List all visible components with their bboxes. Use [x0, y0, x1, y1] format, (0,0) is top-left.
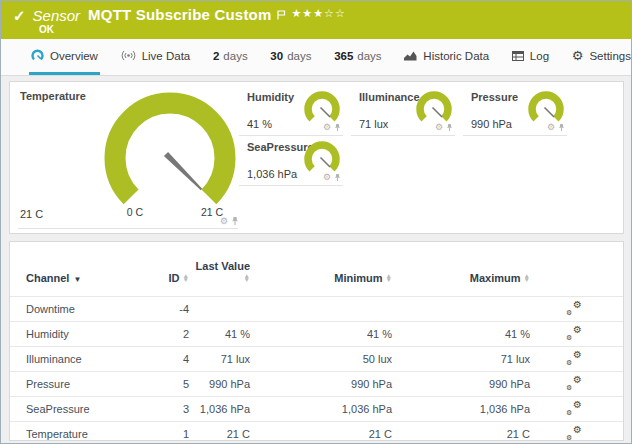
tab-historic-data[interactable]: Historic Data — [402, 39, 491, 75]
column-header-channel[interactable]: Channel▼ — [26, 272, 140, 284]
pin-icon[interactable] — [334, 173, 341, 182]
channel-settings-icon[interactable]: ⚙⚙ — [566, 376, 582, 390]
tab-2-days-number: 2 — [213, 50, 219, 62]
gauge-cell-seapressure: SeaPressure 1,036 hPa ⚙ — [239, 136, 343, 186]
pin-icon[interactable] — [558, 123, 565, 132]
tab-live-data[interactable]: Live Data — [119, 39, 193, 75]
gauge-scale-min: 0 C — [118, 206, 152, 218]
cell-minimum: 1,036 hPa — [250, 403, 392, 415]
table-row: Illuminance 4 71 lux 50 lux 71 lux ⚙⚙ — [10, 346, 623, 371]
tab-365-days-number: 365 — [334, 50, 353, 62]
tab-bar: Overview Live Data 2 days 30 days 365 da… — [1, 39, 632, 76]
table-row: Humidity 2 41 % 41 % 41 % ⚙⚙ — [10, 321, 623, 346]
tab-30-days-number: 30 — [270, 50, 283, 62]
cell-channel[interactable]: Humidity — [26, 328, 140, 340]
cell-maximum: 71 lux — [392, 353, 530, 365]
cell-id: -4 — [140, 303, 189, 315]
gauge-cell-illuminance: Illuminance 71 lux ⚙ — [351, 86, 455, 136]
channel-gear-icon[interactable]: ⚙ — [435, 123, 443, 132]
flag-icon[interactable] — [277, 6, 286, 24]
sort-icon: ▲▼ — [386, 274, 392, 283]
column-header-id[interactable]: ID▲▼ — [140, 272, 189, 284]
channel-settings-icon[interactable]: ⚙⚙ — [566, 351, 582, 365]
temperature-gauge — [95, 86, 245, 218]
cell-last-value: 21 C — [189, 428, 250, 440]
gauge-title-humidity: Humidity — [247, 91, 294, 103]
cell-maximum: 21 C — [392, 428, 530, 440]
pressure-current-value: 990 hPa — [471, 118, 512, 130]
tab-365-days-label: days — [357, 50, 381, 62]
sort-icon: ▲▼ — [244, 274, 250, 283]
tab-log[interactable]: Log — [510, 39, 551, 75]
chart-icon — [404, 50, 417, 61]
tab-30-days[interactable]: 30 days — [268, 39, 313, 75]
gauge-icon — [31, 49, 44, 62]
cell-channel[interactable]: Temperature — [26, 428, 140, 440]
channel-gear-icon[interactable]: ⚙ — [323, 123, 331, 132]
prtg-sensor-page: { "header": { "kind": "Sensor", "title":… — [0, 0, 632, 444]
gauge-needle — [321, 158, 331, 168]
cell-id: 2 — [140, 328, 189, 340]
table-row: Downtime -4 ⚙⚙ — [10, 296, 623, 321]
pin-icon[interactable] — [446, 123, 453, 132]
tab-overview-label: Overview — [50, 50, 98, 62]
channel-settings-icon[interactable]: ⚙⚙ — [566, 326, 582, 340]
cell-last-value: 41 % — [189, 328, 250, 340]
gauge-title-pressure: Pressure — [471, 91, 518, 103]
gauge-needle — [433, 108, 443, 118]
tab-live-data-label: Live Data — [142, 50, 191, 62]
sort-desc-icon: ▼ — [73, 275, 81, 284]
cell-channel[interactable]: Pressure — [26, 378, 140, 390]
cell-channel[interactable]: Downtime — [26, 303, 140, 315]
tab-settings-label: Settings — [589, 50, 631, 62]
illuminance-gauge-actions: ⚙ — [435, 123, 453, 132]
channel-gear-icon[interactable]: ⚙ — [220, 217, 228, 226]
cell-id: 4 — [140, 353, 189, 365]
cell-last-value: 1,036 hPa — [189, 403, 250, 415]
divider — [239, 185, 343, 186]
tab-settings[interactable]: ⚙ Settings — [570, 39, 632, 75]
channel-settings-icon[interactable]: ⚙⚙ — [566, 401, 582, 415]
gauge-cell-humidity: Humidity 41 % ⚙ — [239, 86, 343, 136]
cell-minimum: 50 lux — [250, 353, 392, 365]
channel-gear-icon[interactable]: ⚙ — [547, 123, 555, 132]
cell-id: 1 — [140, 428, 189, 440]
divider — [18, 228, 238, 229]
cell-maximum: 990 hPa — [392, 378, 530, 390]
column-header-last-value[interactable]: Last Value▲▼ — [189, 260, 250, 284]
gauge-cell-pressure: Pressure 990 hPa ⚙ — [463, 86, 567, 136]
cell-channel[interactable]: Illuminance — [26, 353, 140, 365]
illuminance-current-value: 71 lux — [359, 118, 388, 130]
tab-overview[interactable]: Overview — [29, 39, 100, 75]
tab-log-label: Log — [530, 50, 549, 62]
cell-id: 3 — [140, 403, 189, 415]
sensor-title: MQTT Subscribe Custom — [88, 6, 271, 23]
sensor-status-badge: OK — [39, 24, 54, 35]
cell-last-value: 71 lux — [189, 353, 250, 365]
pin-icon[interactable] — [231, 216, 239, 226]
priority-stars[interactable]: ★★★☆☆ — [292, 7, 346, 20]
channel-settings-icon[interactable]: ⚙⚙ — [566, 301, 582, 315]
divider — [463, 135, 567, 136]
cell-channel[interactable]: SeaPressure — [26, 403, 140, 415]
gauge-needle — [164, 152, 202, 190]
gear-icon: ⚙ — [572, 49, 584, 62]
divider — [351, 135, 455, 136]
tab-historic-data-label: Historic Data — [423, 50, 489, 62]
tab-365-days[interactable]: 365 days — [332, 39, 383, 75]
gauge-title-temperature: Temperature — [20, 90, 86, 102]
gauges-panel: Temperature 0 C 21 C 21 C ⚙ Humidity 41 … — [9, 81, 624, 234]
table-header-row: Channel▼ ID▲▼ Last Value▲▼ Minimum▲▼ Max… — [10, 242, 623, 296]
humidity-gauge-actions: ⚙ — [323, 123, 341, 132]
tab-2-days[interactable]: 2 days — [211, 39, 250, 75]
channel-gear-icon[interactable]: ⚙ — [323, 173, 331, 182]
cell-minimum: 990 hPa — [250, 378, 392, 390]
channel-settings-icon[interactable]: ⚙⚙ — [566, 426, 582, 440]
pin-icon[interactable] — [334, 123, 341, 132]
sort-icon: ▲▼ — [183, 274, 189, 283]
column-header-minimum[interactable]: Minimum▲▼ — [250, 272, 392, 284]
column-header-maximum[interactable]: Maximum▲▼ — [392, 272, 530, 284]
tab-2-days-label: days — [223, 50, 247, 62]
table-row: SeaPressure 3 1,036 hPa 1,036 hPa 1,036 … — [10, 396, 623, 421]
gauge-needle — [545, 108, 555, 118]
